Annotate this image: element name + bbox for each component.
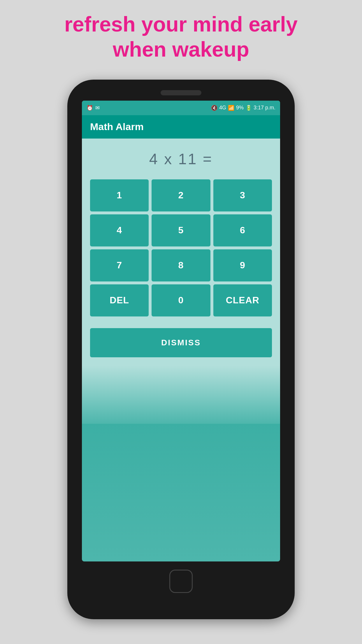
keypad: 1 2 3 4 5 6 7 8 9 DEL 0 CLEAR xyxy=(90,179,272,316)
home-button[interactable] xyxy=(169,570,193,593)
math-equation: 4 x 11 = xyxy=(149,150,213,168)
phone-frame: ⏰ ✉ 🔇 4G 📶 9% 🔋 3:17 p.m. Math Alarm 4 x… xyxy=(67,80,295,619)
status-bar-right: 🔇 4G 📶 9% 🔋 3:17 p.m. xyxy=(211,105,275,111)
key-8[interactable]: 8 xyxy=(152,249,210,281)
app-title: Math Alarm xyxy=(90,121,144,132)
key-0[interactable]: 0 xyxy=(152,284,210,316)
key-5[interactable]: 5 xyxy=(152,214,210,246)
key-6[interactable]: 6 xyxy=(213,214,272,246)
battery-icon: 🔋 xyxy=(245,105,252,111)
clock: 3:17 p.m. xyxy=(254,105,275,111)
signal-icon: 📶 xyxy=(228,105,234,111)
app-header: Math Alarm xyxy=(82,115,280,139)
key-4[interactable]: 4 xyxy=(90,214,149,246)
screen-bottom-area xyxy=(82,365,280,424)
phone-speaker xyxy=(161,90,201,95)
key-7[interactable]: 7 xyxy=(90,249,149,281)
status-bar: ⏰ ✉ 🔇 4G 📶 9% 🔋 3:17 p.m. xyxy=(82,101,280,115)
key-del[interactable]: DEL xyxy=(90,284,149,316)
phone-screen: ⏰ ✉ 🔇 4G 📶 9% 🔋 3:17 p.m. Math Alarm 4 x… xyxy=(82,101,280,561)
dismiss-button[interactable]: DISMISS xyxy=(90,328,272,357)
tagline-line2: when wakeup xyxy=(113,38,249,61)
key-3[interactable]: 3 xyxy=(213,179,272,211)
mute-icon: 🔇 xyxy=(211,105,217,111)
key-1[interactable]: 1 xyxy=(90,179,149,211)
battery-percentage: 9% xyxy=(236,105,244,111)
key-2[interactable]: 2 xyxy=(152,179,210,211)
tagline: refresh your mind early when wakeup xyxy=(0,12,362,62)
status-bar-left: ⏰ ✉ xyxy=(87,105,100,111)
screen-content: 4 x 11 = 1 2 3 4 5 6 7 8 9 DEL 0 CLEAR D… xyxy=(82,139,280,365)
tagline-line1: refresh your mind early xyxy=(64,13,298,36)
message-icon: ✉ xyxy=(95,105,100,111)
network-indicator: 4G xyxy=(219,105,226,111)
key-9[interactable]: 9 xyxy=(213,249,272,281)
key-clear[interactable]: CLEAR xyxy=(213,284,272,316)
alarm-icon: ⏰ xyxy=(87,105,93,111)
